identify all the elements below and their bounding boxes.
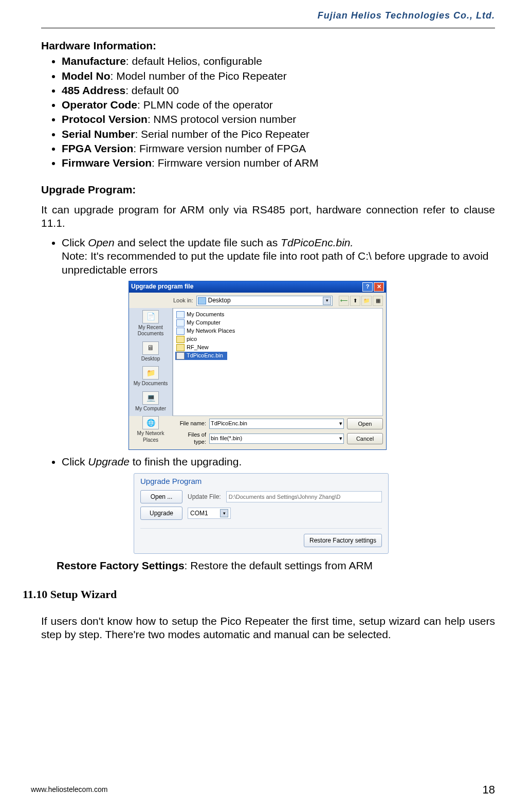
place-computer[interactable]: 💻My Computer — [129, 391, 172, 412]
desktop-icon: 🖥 — [142, 341, 159, 355]
restore-label: Restore Factory Settings — [57, 560, 185, 571]
hw-item-desc: : PLMN code of the operator — [137, 99, 273, 111]
filename-field[interactable]: TdPicoEnc.bin ▾ — [209, 419, 344, 429]
filename-value: TdPicoEnc.bin — [211, 420, 247, 427]
text: Click — [62, 237, 88, 248]
upgrade-steps-list-1: Click Open and select the update file su… — [51, 236, 495, 277]
hw-item-desc: : Firmware version number of FPGA — [133, 142, 306, 154]
view-menu-icon[interactable]: ▦ — [373, 296, 383, 306]
hw-item-desc: : Firmware version number of ARM — [152, 157, 318, 169]
documents-icon: 📁 — [142, 366, 159, 380]
file-item[interactable]: My Network Places — [175, 327, 380, 335]
desktop-icon — [198, 297, 206, 304]
chevron-down-icon[interactable]: ▾ — [220, 509, 228, 517]
hardware-info-title: Hardware Information: — [41, 39, 495, 52]
recent-icon: 📄 — [142, 310, 159, 323]
upgrade-program-title: Upgrade Program: — [41, 183, 495, 196]
place-desktop[interactable]: 🖥Desktop — [129, 341, 172, 363]
dialog-title: Upgrade program file — [131, 283, 193, 291]
folder-icon — [176, 319, 185, 327]
lookin-value: Desktop — [208, 297, 231, 304]
hw-item-label: Serial Number — [62, 128, 135, 140]
page-number: 18 — [483, 783, 495, 797]
hw-item-desc: : Model number of the Pico Repeater — [111, 70, 287, 82]
dialog-titlebar: Upgrade program file ? ✕ — [129, 281, 386, 293]
update-file-field[interactable]: D:\Documents and Settings\Johnny Zhang\D — [226, 491, 382, 502]
folder-icon — [176, 344, 185, 351]
close-button[interactable]: ✕ — [374, 282, 384, 292]
hw-item-desc: : NMS protocol version number — [148, 113, 296, 125]
cancel-button[interactable]: Cancel — [347, 433, 383, 444]
open-file-dialog: Upgrade program file ? ✕ Look in: Deskto… — [129, 281, 387, 450]
restore-factory-button[interactable]: Restore Factory settings — [304, 534, 382, 547]
place-label: My Computer — [135, 406, 166, 411]
list-item: Firmware Version: Firmware version numbe… — [62, 156, 495, 170]
filetype-label: Files of type: — [175, 431, 206, 446]
upgrade-text: Upgrade — [88, 456, 130, 467]
setup-wizard-heading: 11.10 Setup Wizard — [23, 587, 495, 602]
place-label: My Documents — [134, 381, 168, 386]
upgrade-intro: It can upgrade program for ARM only via … — [41, 203, 495, 230]
open-button[interactable]: Open — [347, 418, 383, 429]
filetype-value: bin file(*.bin) — [211, 435, 242, 442]
file-item[interactable]: RF_New — [175, 344, 380, 352]
new-folder-icon[interactable]: 📁 — [361, 296, 372, 306]
file-name: My Network Places — [187, 328, 235, 335]
com-value: COM1 — [190, 510, 208, 517]
chevron-down-icon[interactable]: ▾ — [323, 297, 331, 305]
computer-icon: 💻 — [142, 391, 159, 405]
lookin-label: Look in: — [173, 297, 193, 304]
filetype-field[interactable]: bin file(*.bin) ▾ — [209, 434, 344, 444]
upgrade-note: Note: It's recommended to put the update… — [62, 249, 495, 277]
file-item[interactable]: pico — [175, 335, 380, 344]
chevron-down-icon[interactable]: ▾ — [339, 435, 342, 442]
list-item: Manufacture: default Helios, configurabl… — [62, 55, 495, 68]
file-name: My Computer — [187, 319, 221, 327]
lookin-combo[interactable]: Desktop ▾ — [196, 296, 333, 306]
text: Click — [62, 456, 88, 467]
list-item: Click Upgrade to finish the upgrading. — [62, 455, 495, 468]
toolbar-icons: ⟵ ⬆ 📁 ▦ — [339, 296, 383, 306]
restore-factory-desc: Restore Factory Settings: Restore the de… — [57, 559, 495, 572]
header-company: Fujian Helios Technologies Co., Ltd. — [318, 10, 495, 21]
upgrade-program-panel: Upgrade Program Open ... Update File: D:… — [134, 473, 389, 554]
filename-label: File name: — [175, 420, 206, 427]
hw-item-label: Model No — [62, 70, 111, 82]
hardware-info-list: Manufacture: default Helios, configurabl… — [51, 55, 495, 170]
list-item: Model No: Model number of the Pico Repea… — [62, 69, 495, 83]
file-name: pico — [187, 336, 197, 343]
hw-item-label: Firmware Version — [62, 157, 152, 169]
list-item: Operator Code: PLMN code of the operator — [62, 98, 495, 112]
header-rule — [41, 28, 495, 28]
file-item[interactable]: My Documents — [175, 311, 380, 319]
upgrade-button[interactable]: Upgrade — [140, 507, 182, 520]
back-icon[interactable]: ⟵ — [339, 296, 349, 306]
file-name: TdPicoEnc.bin — [187, 352, 223, 359]
folder-icon — [176, 328, 185, 335]
hw-item-label: 485 Address — [62, 84, 125, 96]
hw-item-desc: : Serial number of the Pico Repeater — [135, 128, 309, 140]
places-bar: 📄My Recent Documents 🖥Desktop 📁My Docume… — [129, 308, 173, 416]
panel-title: Upgrade Program — [140, 477, 382, 486]
up-icon[interactable]: ⬆ — [350, 296, 360, 306]
list-item: FPGA Version: Firmware version number of… — [62, 142, 495, 155]
hw-item-desc: : default Helios, configurable — [126, 55, 262, 67]
file-item-selected[interactable]: TdPicoEnc.bin — [175, 352, 227, 360]
help-button[interactable]: ? — [362, 282, 373, 292]
open-button[interactable]: Open ... — [140, 490, 182, 503]
footer-url: www.heliostelecom.com — [31, 785, 107, 793]
file-list[interactable]: My Documents My Computer My Network Plac… — [173, 308, 383, 416]
com-port-select[interactable]: COM1 ▾ — [188, 508, 231, 519]
restore-desc: : Restore the default settings from ARM — [185, 560, 373, 571]
chevron-down-icon[interactable]: ▾ — [339, 420, 342, 427]
file-name: My Documents — [187, 311, 224, 318]
file-item[interactable]: My Computer — [175, 319, 380, 327]
upgrade-steps-list-2: Click Upgrade to finish the upgrading. — [51, 455, 495, 468]
place-label: Desktop — [141, 356, 160, 362]
folder-icon — [176, 336, 185, 343]
place-recent[interactable]: 📄My Recent Documents — [129, 310, 172, 337]
update-file-label: Update File: — [188, 493, 221, 501]
place-label: My Recent Documents — [138, 324, 164, 337]
place-documents[interactable]: 📁My Documents — [129, 366, 172, 387]
list-item: Protocol Version: NMS protocol version n… — [62, 113, 495, 126]
